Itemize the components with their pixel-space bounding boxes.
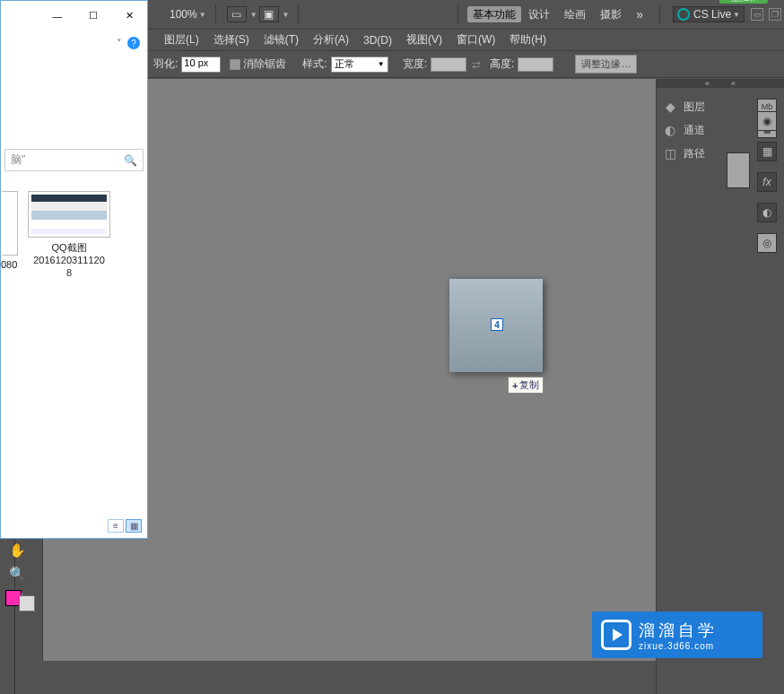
window-box-icon[interactable]: ▭ (751, 8, 763, 21)
file-thumbnail (2, 191, 18, 256)
file-name: 080 (1, 259, 19, 270)
menu-select[interactable]: 选择(S) (213, 32, 249, 48)
dialog-titlebar[interactable]: — ☐ ✕ (1, 1, 147, 30)
zoom-tool-icon[interactable]: 🔍 (5, 565, 29, 583)
drag-preview[interactable]: 4 (449, 279, 543, 372)
sphere-icon[interactable]: ◐ (757, 203, 777, 222)
layers-label: 图层 (684, 100, 705, 115)
plus-icon: + (512, 380, 518, 391)
dropdown-icon[interactable]: ▼ (733, 11, 740, 19)
notification-pill[interactable]: 抢注工作 (719, 0, 768, 4)
dropdown-icon: ▼ (378, 60, 385, 68)
separator (457, 4, 458, 24)
chevron-down-icon[interactable]: ˅ (117, 38, 122, 49)
zoom-level[interactable]: 100% (170, 8, 197, 21)
antialias-checkbox[interactable] (230, 59, 240, 70)
window-restore-icon[interactable]: ❐ (769, 8, 781, 21)
channels-label: 通道 (684, 123, 705, 138)
background-swatch[interactable] (19, 595, 35, 612)
menu-help[interactable]: 帮助(H) (510, 32, 546, 48)
width-label: 宽度: (403, 56, 427, 72)
hand-tool-icon[interactable]: ✋ (5, 542, 29, 560)
window-minimize-button[interactable]: — (39, 4, 75, 29)
workspace-tab-design[interactable]: 设计 (528, 7, 550, 22)
search-placeholder: 脑" (11, 152, 25, 168)
search-icon: 🔍 (124, 154, 137, 167)
top-toolbar: 100% ▼ ▭▼ ▣▼ 基本功能 设计 绘画 摄影 » CS Live ▼ ▭… (148, 0, 784, 30)
menu-filter[interactable]: 滤镜(T) (264, 32, 299, 48)
style-select[interactable]: 正常 ▼ (331, 56, 388, 73)
cs-live-button[interactable]: CS Live ▼ (673, 6, 745, 22)
refine-edge-button[interactable]: 调整边缘… (575, 55, 637, 74)
view-mode-icons: ≡ ▦ (108, 519, 142, 533)
fx-small-icon[interactable]: fx (757, 172, 777, 192)
feather-label: 羽化: (153, 56, 178, 72)
workspace-tab-paint[interactable]: 绘画 (564, 7, 586, 22)
explorer-dialog: — ☐ ✕ ˅ ? 脑" 🔍 080 QQ截图 2016120311120 8 (0, 0, 148, 539)
file-name-line1: QQ截图 (26, 241, 112, 254)
brush-tab-icon[interactable] (727, 152, 750, 188)
menu-window[interactable]: 窗口(W) (457, 32, 495, 48)
dropdown-icon[interactable]: ▼ (283, 11, 290, 19)
menu-bar: 图层(L) 选择(S) 滤镜(T) 分析(A) 3D(D) 视图(V) 窗口(W… (148, 30, 784, 51)
list-view-icon[interactable]: ≡ (108, 519, 124, 533)
cs-live-icon (677, 8, 690, 21)
style-label: 样式: (302, 56, 327, 72)
options-bar: 羽化: 10 px 消除锯齿 样式: 正常 ▼ 宽度: ⇄ 高度: 调整边缘… (148, 51, 784, 78)
watermark-title: 溜溜自学 (639, 620, 718, 641)
workspace-tab-photo[interactable]: 摄影 (600, 7, 622, 22)
more-workspaces-icon[interactable]: » (636, 7, 643, 22)
dialog-subbar: ˅ ? (1, 30, 147, 56)
menu-analysis[interactable]: 分析(A) (313, 32, 349, 48)
drag-count-badge: 4 (491, 318, 503, 331)
menu-view[interactable]: 视图(V) (406, 32, 442, 48)
zoom-dropdown-icon[interactable]: ▼ (199, 11, 206, 19)
play-icon (613, 629, 623, 641)
collapse-icon: « (705, 79, 710, 88)
color-wheel-icon[interactable]: ◉ (757, 111, 777, 131)
layers-icon: ◆ (662, 99, 678, 115)
watermark-logo-icon (601, 620, 632, 650)
window-maximize-button[interactable]: ☐ (75, 4, 111, 29)
separator (659, 4, 660, 24)
panel-collapse-bar[interactable]: « « (657, 79, 784, 88)
paths-label: 路径 (684, 146, 705, 161)
workspace-basics-button[interactable]: 基本功能 (467, 6, 521, 22)
collapse-icon: « (731, 79, 736, 88)
thumb-content (31, 195, 107, 234)
right-panel: « « ◆ 图层 Mb ◐ 通道 ▦ ◫ 路径 (656, 79, 784, 694)
help-icon[interactable]: ? (127, 37, 140, 49)
screenmode-icon[interactable]: ▣ (259, 6, 279, 22)
dropdown-icon[interactable]: ▼ (250, 11, 257, 19)
watermark: 溜溜自学 zixue.3d66.com (592, 612, 762, 658)
search-input[interactable]: 脑" 🔍 (4, 149, 144, 171)
feather-input[interactable]: 10 px (181, 56, 221, 73)
status-bar (15, 661, 656, 694)
menu-layer[interactable]: 图层(L) (164, 32, 199, 48)
height-input[interactable] (518, 57, 553, 72)
height-label: 高度: (490, 56, 514, 72)
channels-icon: ◐ (662, 122, 678, 138)
file-name-line3: 8 (26, 266, 112, 279)
camera-icon[interactable]: ◎ (757, 233, 777, 253)
copy-label: 复制 (519, 378, 539, 392)
arrange-icon[interactable]: ▭ (227, 6, 247, 22)
list-item[interactable]: QQ截图 2016120311120 8 (26, 191, 112, 279)
menu-3d[interactable]: 3D(D) (363, 34, 392, 47)
color-swatches[interactable] (5, 590, 35, 612)
thumb-view-icon[interactable]: ▦ (126, 519, 142, 533)
grid-icon[interactable]: ▦ (757, 142, 777, 161)
list-item[interactable]: 080 (1, 191, 19, 279)
style-value: 正常 (335, 57, 354, 71)
file-list: 080 QQ截图 2016120311120 8 (1, 171, 147, 279)
window-close-button[interactable]: ✕ (111, 4, 147, 29)
paths-icon: ◫ (662, 145, 678, 161)
separator (298, 4, 299, 24)
file-name-line2: 2016120311120 (26, 254, 112, 266)
swap-dimensions-icon[interactable]: ⇄ (472, 58, 481, 71)
drag-copy-tooltip: + 复制 (508, 377, 544, 394)
watermark-url: zixue.3d66.com (639, 641, 718, 651)
separator (215, 4, 216, 24)
width-input[interactable] (431, 57, 466, 72)
right-tool-column: ◉ ▦ fx ◐ ◎ (757, 111, 779, 253)
